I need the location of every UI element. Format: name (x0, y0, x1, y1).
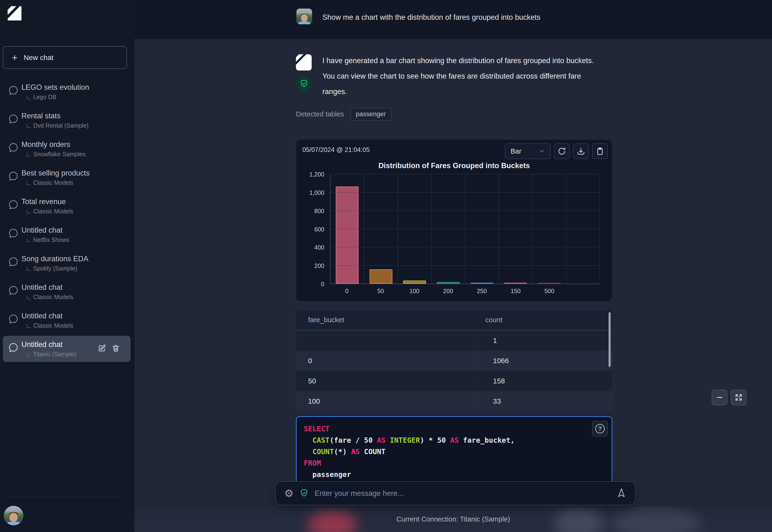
table-scrollbar[interactable] (609, 312, 611, 367)
user-avatar (296, 9, 312, 24)
download-chart-button[interactable] (573, 143, 589, 159)
chart-controls: Bar (505, 143, 608, 159)
sql-token: CAST (312, 436, 329, 444)
sidebar-chat-item[interactable]: LEGO sets evolution∟ Lego DB (3, 79, 131, 105)
chat-bubble-icon (8, 200, 19, 210)
settings-gear-icon[interactable]: ⚙ (284, 488, 293, 499)
chart-column (465, 174, 499, 284)
edit-chat-icon[interactable] (98, 344, 106, 353)
chart-type-value: Bar (511, 147, 521, 155)
sql-token: COUNT (360, 447, 385, 456)
table-float-actions (712, 390, 747, 405)
chat-item-connection: ∟ Titanic (Sample) (26, 351, 76, 358)
x-tick-label: 150 (499, 288, 533, 295)
chat-bubble-icon (8, 342, 19, 353)
chart-bar (471, 283, 494, 284)
secure-shield-icon (299, 488, 309, 499)
y-tick-label: 0 (321, 281, 324, 288)
sql-token: passenger (304, 470, 351, 479)
table-body: 1010665015810033 (296, 330, 612, 411)
chat-list: LEGO sets evolution∟ Lego DBRental stats… (0, 79, 134, 364)
chat-item-meta: LEGO sets evolution∟ Lego DB (21, 83, 89, 100)
sql-code: SELECT CAST(fare / 50 AS INTEGER) * 50 A… (304, 423, 605, 480)
chart-column (533, 174, 566, 284)
detected-tables-row: Detected tables passenger (296, 108, 392, 121)
sql-token: AS (351, 447, 360, 456)
chart-columns (330, 174, 600, 284)
chat-item-connection: ∟ Classic Models (26, 322, 73, 329)
chart-bar (437, 282, 460, 284)
x-tick-label (566, 288, 600, 295)
chart-type-select[interactable]: Bar (505, 143, 551, 159)
chart-bar (504, 283, 527, 284)
x-tick-label: 250 (465, 288, 499, 295)
cell-count: 1 (478, 330, 612, 351)
cell-count: 33 (478, 391, 612, 411)
x-tick-label: 500 (533, 288, 566, 295)
sidebar-chat-item[interactable]: Total revenue∟ Classic Models (3, 193, 131, 219)
assistant-logo-stripes-icon (296, 54, 312, 70)
sidebar-chat-item[interactable]: Song durations EDA∟ Spotify (Sample) (3, 250, 131, 276)
y-tick-label: 800 (314, 207, 324, 214)
shield-check-icon (299, 79, 309, 88)
chat-item-title: Monthly orders (21, 140, 86, 149)
x-tick-label: 100 (398, 288, 431, 295)
chart-column (499, 174, 533, 284)
sql-editor-card[interactable]: SELECT CAST(fare / 50 AS INTEGER) * 50 A… (296, 416, 612, 488)
chat-item-connection: ∟ Classic Models (26, 208, 73, 215)
copy-chart-button[interactable] (592, 143, 608, 159)
y-tick-label: 1,000 (309, 189, 324, 196)
chat-item-connection: ∟ Lego DB (26, 94, 89, 100)
cell-count: 1066 (478, 351, 612, 371)
chat-item-connection: ∟ Netflix Shows (26, 236, 69, 243)
app-logo (8, 6, 21, 20)
sidebar-chat-item[interactable]: Untitled chat∟ Classic Models (3, 307, 131, 333)
chart-column (330, 174, 364, 284)
chat-item-meta: Untitled chat∟ Classic Models (21, 312, 73, 329)
logo-stripes-icon (8, 6, 21, 20)
chat-item-title: Untitled chat (21, 226, 69, 235)
chat-item-title: Song durations EDA (21, 255, 88, 263)
chat-item-connection: ∟ Snowflake Samples (26, 151, 86, 158)
sidebar-chat-item[interactable]: Untitled chat∟ Classic Models (3, 279, 131, 305)
expand-table-button[interactable] (731, 390, 747, 405)
chat-bubble-icon (8, 114, 19, 124)
x-tick-label: 0 (330, 288, 364, 295)
sidebar-chat-item[interactable]: Monthly orders∟ Snowflake Samples (3, 136, 131, 162)
chart-column (432, 174, 465, 284)
app-root: + New chat LEGO sets evolution∟ Lego DBR… (0, 0, 772, 532)
chat-bubble-icon (8, 142, 19, 153)
new-chat-button[interactable]: + New chat (3, 46, 127, 69)
chat-item-connection: ∟ Classic Models (26, 179, 90, 186)
sidebar-chat-item[interactable]: Best selling products∟ Classic Models (3, 164, 131, 191)
sidebar-chat-item[interactable]: Rental stats∟ Dvd Rental (Sample) (3, 107, 131, 133)
chat-bubble-icon (8, 285, 19, 296)
question-mark-icon: ? (595, 424, 605, 433)
send-message-icon[interactable] (616, 488, 627, 499)
sql-line: FROM (304, 457, 605, 469)
chat-item-meta: Monthly orders∟ Snowflake Samples (21, 140, 86, 158)
assistant-message-text: I have generated a bar chart showing the… (322, 53, 604, 99)
chat-bubble-icon (8, 228, 19, 239)
message-input[interactable] (314, 489, 611, 498)
cell-fare-bucket (296, 330, 478, 351)
sql-help-button[interactable]: ? (592, 421, 608, 437)
chat-item-connection: ∟ Classic Models (26, 294, 73, 301)
sql-token: fare_bucket, (459, 436, 515, 444)
delete-chat-icon[interactable] (111, 344, 120, 353)
chat-item-connection: ∟ Spotify (Sample) (26, 265, 88, 272)
chat-item-meta: Total revenue∟ Classic Models (21, 197, 73, 215)
sidebar-chat-item[interactable]: Untitled chat∟ Titanic (Sample) (3, 336, 131, 362)
user-profile-avatar[interactable] (4, 506, 23, 525)
table-row: 50158 (296, 371, 612, 391)
message-composer: ⚙ (275, 481, 636, 505)
sql-token: (fare / 50 (329, 436, 377, 444)
chat-item-connection: ∟ Dvd Rental (Sample) (26, 122, 88, 129)
table-row: 10033 (296, 391, 612, 411)
sidebar-chat-item[interactable]: Untitled chat∟ Netflix Shows (3, 221, 131, 248)
clipboard-icon (596, 147, 605, 156)
minimize-table-button[interactable] (712, 390, 727, 405)
chat-item-title: Rental stats (21, 112, 88, 120)
sql-token: AS (450, 436, 459, 444)
refresh-chart-button[interactable] (554, 143, 570, 159)
